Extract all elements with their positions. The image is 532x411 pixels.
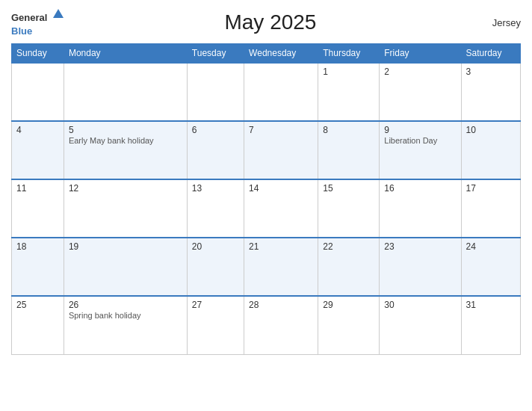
day-number: 14 — [249, 183, 313, 194]
day-number: 9 — [384, 125, 456, 135]
svg-marker-0 — [53, 9, 64, 18]
header-monday: Monday — [64, 44, 187, 64]
day-number: 10 — [466, 125, 516, 135]
calendar-cell: 31 — [461, 296, 520, 354]
weekday-header-row: Sunday Monday Tuesday Wednesday Thursday… — [12, 44, 521, 64]
calendar-cell: 1 — [318, 63, 380, 121]
calendar-cell: 21 — [244, 238, 318, 296]
calendar-cell — [244, 63, 318, 121]
day-number: 29 — [323, 300, 374, 310]
day-number: 12 — [69, 183, 182, 194]
calendar-week-row: 45Early May bank holiday6789Liberation D… — [12, 121, 521, 179]
day-number: 27 — [192, 300, 239, 310]
calendar-cell: 3 — [461, 63, 520, 121]
day-number: 17 — [466, 183, 516, 194]
calendar-cell: 17 — [461, 179, 520, 238]
holiday-label: Spring bank holiday — [69, 311, 141, 320]
day-number: 23 — [384, 241, 456, 252]
day-number: 30 — [384, 300, 456, 310]
calendar-cell: 12 — [64, 179, 187, 238]
calendar-cell: 30 — [380, 296, 461, 354]
day-number: 26 — [69, 300, 182, 310]
calendar-cell: 10 — [461, 121, 520, 179]
calendar-cell: 11 — [12, 179, 64, 238]
region-label: Jersey — [476, 17, 521, 28]
holiday-label: Liberation Day — [384, 136, 437, 145]
day-number: 25 — [16, 300, 59, 310]
day-number: 20 — [192, 241, 239, 252]
calendar-cell: 4 — [12, 121, 64, 179]
header-sunday: Sunday — [12, 44, 64, 64]
logo: General Blue — [11, 7, 65, 37]
header-friday: Friday — [380, 44, 461, 64]
day-number: 18 — [16, 241, 59, 252]
calendar-cell: 22 — [318, 238, 380, 296]
calendar-cell: 24 — [461, 238, 520, 296]
logo-general-text: General — [11, 12, 47, 23]
calendar-cell — [187, 63, 244, 121]
day-number: 8 — [323, 125, 374, 135]
day-number: 1 — [323, 67, 374, 77]
header-tuesday: Tuesday — [187, 44, 244, 64]
day-number: 6 — [192, 125, 239, 135]
day-number: 2 — [384, 67, 456, 77]
calendar-week-row: 11121314151617 — [12, 179, 521, 238]
calendar-cell: 9Liberation Day — [380, 121, 461, 179]
calendar-page: General Blue May 2025 Jersey Sunday Mond… — [0, 0, 532, 411]
calendar-week-row: 123 — [12, 63, 521, 121]
calendar-cell: 2 — [380, 63, 461, 121]
logo-icon — [52, 7, 65, 21]
calendar-cell: 7 — [244, 121, 318, 179]
calendar-cell: 27 — [187, 296, 244, 354]
calendar-cell: 14 — [244, 179, 318, 238]
calendar-cell — [64, 63, 187, 121]
calendar-cell: 19 — [64, 238, 187, 296]
calendar-cell: 16 — [380, 179, 461, 238]
day-number: 22 — [323, 241, 374, 252]
day-number: 13 — [192, 183, 239, 194]
calendar-cell: 5Early May bank holiday — [64, 121, 187, 179]
calendar-cell: 6 — [187, 121, 244, 179]
calendar-cell: 28 — [244, 296, 318, 354]
calendar-week-row: 18192021222324 — [12, 238, 521, 296]
calendar-week-row: 2526Spring bank holiday2728293031 — [12, 296, 521, 354]
day-number: 21 — [249, 241, 313, 252]
day-number: 7 — [249, 125, 313, 135]
day-number: 5 — [69, 125, 182, 135]
header-saturday: Saturday — [461, 44, 520, 64]
day-number: 16 — [384, 183, 456, 194]
day-number: 3 — [466, 67, 516, 77]
header-thursday: Thursday — [318, 44, 380, 64]
calendar-cell: 15 — [318, 179, 380, 238]
logo-blue-text: Blue — [11, 25, 32, 37]
day-number: 15 — [323, 183, 374, 194]
calendar-cell: 13 — [187, 179, 244, 238]
holiday-label: Early May bank holiday — [69, 136, 154, 145]
calendar-cell: 20 — [187, 238, 244, 296]
day-number: 11 — [16, 183, 59, 194]
calendar-table: Sunday Monday Tuesday Wednesday Thursday… — [11, 43, 521, 355]
calendar-cell: 8 — [318, 121, 380, 179]
day-number: 28 — [249, 300, 313, 310]
calendar-cell: 26Spring bank holiday — [64, 296, 187, 354]
calendar-cell: 25 — [12, 296, 64, 354]
header-wednesday: Wednesday — [244, 44, 318, 64]
calendar-cell — [12, 63, 64, 121]
day-number: 31 — [466, 300, 516, 310]
calendar-cell: 23 — [380, 238, 461, 296]
header: General Blue May 2025 Jersey — [11, 7, 521, 37]
day-number: 24 — [466, 241, 516, 252]
calendar-cell: 18 — [12, 238, 64, 296]
month-title: May 2025 — [65, 10, 476, 34]
calendar-cell: 29 — [318, 296, 380, 354]
day-number: 4 — [16, 125, 59, 135]
day-number: 19 — [69, 241, 182, 252]
